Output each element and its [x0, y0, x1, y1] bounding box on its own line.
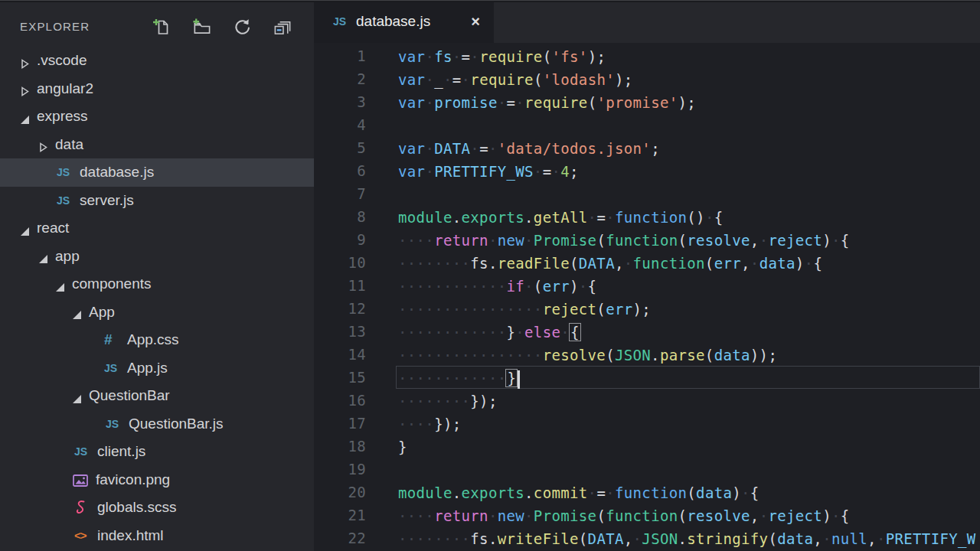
twistie-expanded-icon[interactable]: [55, 279, 65, 289]
twistie-expanded-icon[interactable]: [72, 307, 82, 317]
new-file-button[interactable]: [151, 17, 171, 37]
code-line-10[interactable]: 10········fs.readFile(DATA,·function(err…: [314, 251, 980, 274]
code-token: DATA: [588, 530, 624, 547]
line-number[interactable]: 13: [314, 320, 366, 343]
code-token: writeFile: [498, 530, 579, 547]
code-line-content: var·DATA·=·'data/todos.json';: [396, 136, 980, 159]
line-number[interactable]: 16: [314, 389, 366, 412]
code-line-22[interactable]: 22········fs.writeFile(DATA,·JSON.string…: [314, 527, 980, 549]
twistie-collapsed-icon[interactable]: [20, 56, 30, 66]
line-number[interactable]: 7: [314, 182, 366, 205]
code-line-9[interactable]: 9····return·new·Promise(function(resolve…: [314, 228, 980, 251]
code-line-4[interactable]: 4: [314, 113, 980, 136]
line-number[interactable]: 10: [314, 251, 366, 274]
tree-item-favicon-png[interactable]: favicon.png: [0, 466, 314, 494]
tree-item-data[interactable]: data: [0, 131, 314, 159]
line-number[interactable]: 19: [314, 458, 366, 481]
code-line-17[interactable]: 17····});: [314, 412, 980, 435]
code-token: .: [651, 347, 660, 364]
code-line-11[interactable]: 11············if·(err)·{: [314, 274, 980, 297]
line-number[interactable]: 17: [314, 412, 366, 435]
code-line-2[interactable]: 2var·_·=·require('lodash');: [314, 67, 980, 90]
code-line-21[interactable]: 21····return·new·Promise(function(resolv…: [314, 504, 980, 527]
tree-item--vscode[interactable]: .vscode: [0, 47, 314, 75]
tree-item-questionbar-js[interactable]: JSQuestionBar.js: [0, 410, 314, 439]
tree-item-react[interactable]: react: [0, 214, 314, 243]
twistie-expanded-icon[interactable]: [20, 223, 30, 233]
tree-item-server-js[interactable]: JSserver.js: [0, 187, 314, 215]
twistie-expanded-icon[interactable]: [72, 391, 82, 401]
code-line-3[interactable]: 3var·promise·=·require('promise');: [314, 90, 980, 113]
code-token: exports: [462, 209, 525, 226]
tree-item-app[interactable]: App: [0, 298, 314, 327]
twistie-collapsed-icon[interactable]: [38, 139, 48, 149]
whitespace-dots: ·: [624, 255, 633, 272]
code-line-12[interactable]: 12················reject(err);: [314, 297, 980, 320]
code-line-18[interactable]: 18}: [314, 435, 980, 458]
new-folder-button[interactable]: [191, 17, 211, 37]
code-line-16[interactable]: 16········});: [314, 389, 980, 412]
tree-item-label: react: [37, 220, 69, 236]
code-line-content: ············if·(err)·{: [396, 274, 980, 297]
line-number[interactable]: 20: [314, 481, 366, 504]
tree-item-app[interactable]: app: [0, 243, 314, 271]
code-token: err: [714, 255, 741, 272]
code-token: });: [434, 416, 461, 432]
line-number[interactable]: 5: [314, 136, 366, 159]
code-line-8[interactable]: 8module.exports.getAll·=·function()·{: [314, 205, 980, 228]
whitespace-dots: ················: [398, 347, 543, 364]
line-number[interactable]: 8: [314, 205, 366, 228]
code-token: require: [524, 94, 588, 111]
refresh-button[interactable]: [232, 17, 252, 37]
line-number[interactable]: 12: [314, 297, 366, 320]
line-number[interactable]: 9: [314, 228, 366, 251]
line-number[interactable]: 14: [314, 343, 366, 366]
line-number[interactable]: 15: [314, 366, 366, 389]
whitespace-dots: ·: [425, 163, 434, 180]
tree-item-components[interactable]: components: [0, 270, 314, 298]
tree-item-questionbar[interactable]: QuestionBar: [0, 382, 314, 410]
code-line-13[interactable]: 13············}·else·{: [314, 320, 980, 343]
line-number[interactable]: 11: [314, 274, 366, 297]
tree-item-app-css[interactable]: #App.css: [0, 326, 314, 354]
line-number[interactable]: 6: [314, 159, 366, 182]
tree-item-database-js[interactable]: JSdatabase.js: [0, 158, 314, 187]
code-line-19[interactable]: 19: [314, 458, 980, 481]
code-line-7[interactable]: 7: [314, 182, 980, 205]
tree-item-angular2[interactable]: angular2: [0, 75, 314, 103]
new-file-icon: [151, 17, 171, 37]
code-token: var: [398, 94, 425, 111]
tree-item-globals-scss[interactable]: globals.scss: [0, 494, 314, 522]
tree-item-index-html[interactable]: <>index.html: [0, 522, 314, 550]
line-number[interactable]: 18: [314, 435, 366, 458]
text-cursor: [518, 370, 520, 389]
line-number[interactable]: 22: [314, 527, 366, 549]
code-line-20[interactable]: 20module.exports.commit·=·function(data)…: [314, 481, 980, 504]
whitespace-dots: ·: [524, 507, 534, 524]
code-token: .: [488, 530, 498, 547]
code-line-content: module.exports.commit·=·function(data)·{: [396, 481, 980, 504]
line-number[interactable]: 4: [314, 113, 366, 136]
collapse-all-button[interactable]: [273, 17, 292, 37]
line-number[interactable]: 1: [314, 44, 366, 67]
code-line-1[interactable]: 1var·fs·=·require('fs');: [314, 44, 980, 67]
whitespace-dots: ·: [705, 209, 714, 226]
twistie-expanded-icon[interactable]: [20, 112, 30, 122]
line-number[interactable]: 21: [314, 504, 366, 527]
line-number[interactable]: 3: [314, 90, 366, 113]
code-line-15[interactable]: 15············}: [314, 366, 980, 389]
code-line-6[interactable]: 6var·PRETTIFY_WS·=·4;: [314, 159, 980, 182]
tab-database-js[interactable]: JSdatabase.js×: [314, 0, 494, 43]
tree-item-client-js[interactable]: JSclient.js: [0, 438, 314, 466]
code-token: ));: [750, 347, 777, 364]
twistie-expanded-icon[interactable]: [38, 251, 48, 261]
line-number[interactable]: 2: [314, 67, 366, 90]
code-line-14[interactable]: 14················resolve(JSON.parse(dat…: [314, 343, 980, 366]
code-line-5[interactable]: 5var·DATA·=·'data/todos.json';: [314, 136, 980, 159]
code-editor[interactable]: 1var·fs·=·require('fs');2var·_·=·require…: [314, 43, 980, 551]
twistie-collapsed-icon[interactable]: [20, 83, 30, 93]
js-file-icon: JS: [57, 166, 77, 178]
tree-item-app-js[interactable]: JSApp.js: [0, 354, 314, 383]
tab-close-icon[interactable]: ×: [471, 14, 480, 29]
tree-item-express[interactable]: express: [0, 103, 314, 131]
